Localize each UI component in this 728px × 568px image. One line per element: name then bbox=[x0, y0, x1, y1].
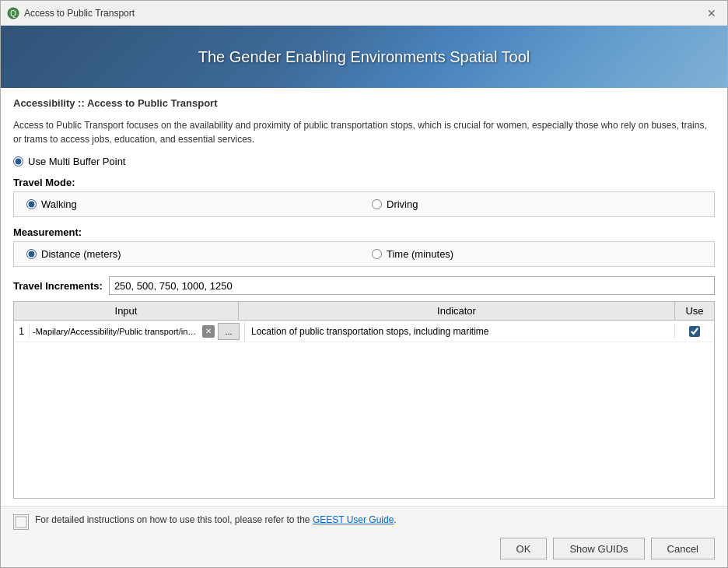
row-input-cell: -Mapilary/Accessibility/Public transport… bbox=[30, 321, 245, 342]
distance-label: Distance (meters) bbox=[41, 248, 121, 260]
col-header-indicator: Indicator bbox=[239, 302, 675, 320]
info-icon bbox=[13, 514, 29, 530]
section-description: Access to Public Transport focuses on th… bbox=[13, 118, 715, 146]
footer-instructions: For detailed instructions on how to use … bbox=[13, 514, 715, 530]
row-use-checkbox[interactable] bbox=[689, 326, 700, 337]
table-header: Input Indicator Use bbox=[14, 302, 714, 321]
row-use-cell bbox=[675, 326, 714, 337]
title-bar: Q Access to Public Transport ✕ bbox=[1, 1, 727, 26]
distance-option: Distance (meters) bbox=[26, 248, 356, 260]
ok-button[interactable]: OK bbox=[500, 538, 548, 559]
col-header-input: Input bbox=[14, 302, 239, 320]
row-indicator-cell: Location of public transportation stops,… bbox=[245, 324, 675, 338]
measurement-label: Measurement: bbox=[13, 226, 715, 238]
driving-option: Driving bbox=[372, 198, 702, 210]
multi-buffer-label: Use Multi Buffer Point bbox=[28, 156, 125, 167]
table-empty-space bbox=[14, 342, 714, 498]
col-header-use: Use bbox=[675, 302, 714, 320]
browse-button[interactable]: ... bbox=[218, 323, 240, 340]
time-radio[interactable] bbox=[372, 249, 382, 259]
banner-title: The Gender Enabling Environments Spatial… bbox=[198, 48, 530, 66]
walking-option: Walking bbox=[26, 198, 356, 210]
cancel-button[interactable]: Cancel bbox=[651, 538, 715, 559]
app-icon: Q bbox=[7, 7, 19, 19]
banner: The Gender Enabling Environments Spatial… bbox=[1, 26, 727, 88]
input-table: Input Indicator Use 1 -Mapilary/Accessib… bbox=[13, 301, 715, 499]
svg-rect-2 bbox=[16, 517, 26, 528]
walking-label: Walking bbox=[41, 198, 77, 210]
content-area: Accessibility :: Access to Public Transp… bbox=[1, 88, 727, 506]
time-label: Time (minutes) bbox=[387, 248, 453, 260]
travel-mode-options: Walking Driving bbox=[13, 191, 715, 217]
travel-mode-label: Travel Mode: bbox=[13, 177, 715, 188]
measurement-section: Measurement: Distance (meters) Time (min… bbox=[13, 223, 715, 267]
window-title: Access to Public Transport bbox=[24, 8, 702, 19]
close-button[interactable]: ✕ bbox=[702, 4, 721, 23]
travel-increments-input[interactable] bbox=[109, 276, 715, 295]
table-row: 1 -Mapilary/Accessibility/Public transpo… bbox=[14, 321, 714, 342]
user-guide-link[interactable]: GEEST User Guide bbox=[313, 514, 394, 525]
footer: For detailed instructions on how to use … bbox=[1, 506, 727, 567]
show-guids-button[interactable]: Show GUIDs bbox=[553, 538, 644, 559]
footer-buttons: OK Show GUIDs Cancel bbox=[13, 538, 715, 559]
multi-buffer-radio[interactable] bbox=[13, 156, 23, 167]
driving-radio[interactable] bbox=[372, 199, 382, 209]
measurement-options: Distance (meters) Time (minutes) bbox=[13, 241, 715, 267]
distance-radio[interactable] bbox=[26, 249, 37, 259]
travel-increments-row: Travel Increments: bbox=[13, 276, 715, 295]
row-input-path: -Mapilary/Accessibility/Public transport… bbox=[33, 327, 201, 336]
footer-instruction-text: For detailed instructions on how to use … bbox=[35, 514, 397, 525]
travel-increments-label: Travel Increments: bbox=[13, 280, 103, 292]
multi-buffer-option: Use Multi Buffer Point bbox=[13, 156, 715, 167]
main-window: Q Access to Public Transport ✕ The Gende… bbox=[0, 0, 728, 568]
svg-text:Q: Q bbox=[10, 9, 16, 18]
section-heading: Accessibility :: Access to Public Transp… bbox=[13, 97, 715, 109]
row-number: 1 bbox=[14, 324, 30, 338]
clear-input-button[interactable]: ✕ bbox=[202, 325, 215, 338]
travel-mode-section: Travel Mode: Walking Driving bbox=[13, 174, 715, 217]
driving-label: Driving bbox=[387, 198, 418, 210]
walking-radio[interactable] bbox=[26, 199, 37, 209]
time-option: Time (minutes) bbox=[372, 248, 702, 260]
